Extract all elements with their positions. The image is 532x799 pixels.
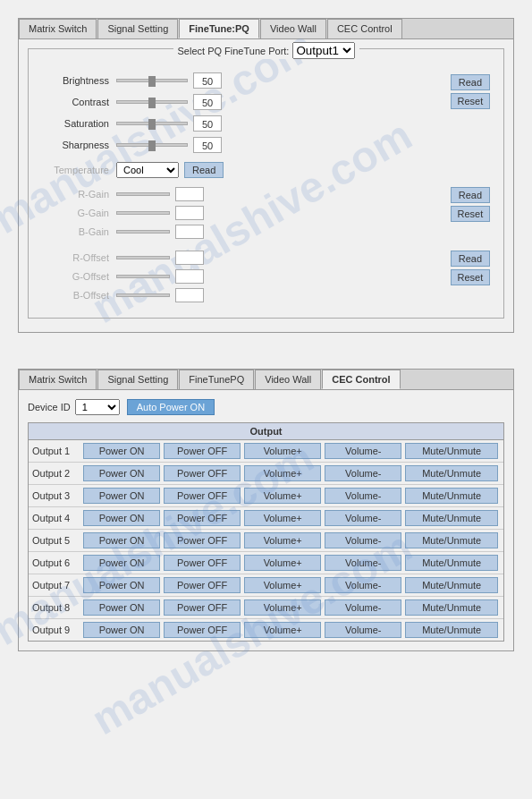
r-offset-slider[interactable] <box>116 256 170 259</box>
tab2-matrix-switch[interactable]: Matrix Switch <box>19 370 97 389</box>
temperature-read-button[interactable]: Read <box>184 162 224 178</box>
mute-btn-9[interactable]: Mute/Unmute <box>405 622 498 638</box>
mute-btn-1[interactable]: Mute/Unmute <box>405 443 498 459</box>
mute-btn-3[interactable]: Mute/Unmute <box>405 488 498 504</box>
tab-video-wall[interactable]: Video Wall <box>260 19 326 38</box>
vol-minus-btn-3[interactable]: Volume- <box>325 488 401 504</box>
tab2-cec-control[interactable]: CEC Control <box>322 370 400 389</box>
tab2-finetune-pq[interactable]: FineTunePQ <box>179 370 254 389</box>
tab2-signal-setting[interactable]: Signal Setting <box>97 370 178 389</box>
tab-matrix-switch[interactable]: Matrix Switch <box>19 19 97 38</box>
b-gain-value <box>175 225 204 239</box>
vol-minus-btn-1[interactable]: Volume- <box>325 443 401 459</box>
gain-read-button[interactable]: Read <box>451 187 490 203</box>
power-on-btn-1[interactable]: Power ON <box>83 443 160 459</box>
vol-plus-btn-2[interactable]: Volume+ <box>244 465 321 481</box>
tab-finetune-pq[interactable]: FineTune:PQ <box>179 19 259 38</box>
power-on-btn-9[interactable]: Power ON <box>83 622 160 638</box>
mute-btn-6[interactable]: Mute/Unmute <box>405 555 498 571</box>
output-name-2: Output 2 <box>32 468 81 479</box>
offset-reset-button[interactable]: Reset <box>451 269 490 285</box>
select-port-group: Select PQ FineTune Port: Output1 Output2… <box>28 48 504 319</box>
g-gain-row: G-Gain <box>42 206 439 220</box>
power-off-btn-4[interactable]: Power OFF <box>164 510 241 526</box>
vol-plus-btn-6[interactable]: Volume+ <box>244 555 321 571</box>
vol-plus-btn-3[interactable]: Volume+ <box>244 488 321 504</box>
power-on-btn-8[interactable]: Power ON <box>83 599 160 616</box>
output-row: Output 5 Power ON Power OFF Volume+ Volu… <box>29 530 503 552</box>
output-name-3: Output 3 <box>32 490 81 501</box>
output-name-8: Output 8 <box>32 602 81 613</box>
power-off-btn-9[interactable]: Power OFF <box>164 622 241 638</box>
cec-content: Device ID 1 2 3 4 Auto Power ON Output O… <box>19 390 513 650</box>
mute-btn-4[interactable]: Mute/Unmute <box>405 510 498 526</box>
g-offset-slider[interactable] <box>116 275 170 278</box>
power-off-btn-1[interactable]: Power OFF <box>164 443 241 459</box>
tab-cec-control[interactable]: CEC Control <box>327 19 402 38</box>
power-off-btn-2[interactable]: Power OFF <box>164 465 241 481</box>
read-button-1[interactable]: Read <box>451 74 490 90</box>
mute-btn-8[interactable]: Mute/Unmute <box>405 599 498 616</box>
vol-minus-btn-6[interactable]: Volume- <box>325 555 401 571</box>
power-on-btn-5[interactable]: Power ON <box>83 532 160 548</box>
vol-plus-btn-5[interactable]: Volume+ <box>244 532 321 548</box>
g-offset-value <box>175 269 204 284</box>
b-offset-row: B-Offset <box>42 288 439 302</box>
vol-plus-btn-4[interactable]: Volume+ <box>244 510 321 526</box>
output-row: Output 2 Power ON Power OFF Volume+ Volu… <box>29 463 503 485</box>
vol-minus-btn-2[interactable]: Volume- <box>325 465 401 481</box>
r-offset-value <box>175 251 204 265</box>
tab2-video-wall[interactable]: Video Wall <box>255 370 321 389</box>
temperature-label: Temperature <box>42 165 109 175</box>
sharpness-slider[interactable] <box>116 143 188 147</box>
offset-read-button[interactable]: Read <box>451 251 490 267</box>
output-name-4: Output 4 <box>32 513 81 523</box>
vol-minus-btn-5[interactable]: Volume- <box>325 532 401 548</box>
power-on-btn-4[interactable]: Power ON <box>83 510 160 526</box>
reset-button-1[interactable]: Reset <box>451 93 490 109</box>
mute-btn-2[interactable]: Mute/Unmute <box>405 465 498 481</box>
vol-plus-btn-7[interactable]: Volume+ <box>244 577 321 593</box>
power-off-btn-8[interactable]: Power OFF <box>164 599 241 616</box>
vol-minus-btn-9[interactable]: Volume- <box>325 622 401 638</box>
vol-plus-btn-1[interactable]: Volume+ <box>244 443 321 459</box>
auto-power-button[interactable]: Auto Power ON <box>127 399 215 415</box>
power-off-btn-3[interactable]: Power OFF <box>164 488 241 504</box>
g-offset-label: G-Offset <box>42 271 109 282</box>
r-gain-row: R-Gain <box>42 187 439 201</box>
b-offset-slider[interactable] <box>116 293 170 297</box>
output-row: Output 7 Power ON Power OFF Volume+ Volu… <box>29 574 503 597</box>
vol-plus-btn-9[interactable]: Volume+ <box>244 622 321 638</box>
output-name-6: Output 6 <box>32 557 81 568</box>
mute-btn-7[interactable]: Mute/Unmute <box>405 577 498 593</box>
power-off-btn-6[interactable]: Power OFF <box>164 555 241 571</box>
output-name-5: Output 5 <box>32 535 81 546</box>
saturation-slider[interactable] <box>116 122 188 125</box>
port-select[interactable]: Output1 Output2 Output3 <box>292 42 355 59</box>
b-gain-slider[interactable] <box>116 230 170 234</box>
power-off-btn-5[interactable]: Power OFF <box>164 532 241 548</box>
vol-minus-btn-4[interactable]: Volume- <box>325 510 401 526</box>
g-gain-slider[interactable] <box>116 211 170 215</box>
r-gain-slider[interactable] <box>116 192 170 196</box>
device-id-select[interactable]: 1 2 3 4 <box>75 399 120 415</box>
vol-plus-btn-8[interactable]: Volume+ <box>244 599 321 616</box>
tab-signal-setting[interactable]: Signal Setting <box>97 19 178 38</box>
power-off-btn-7[interactable]: Power OFF <box>164 577 241 593</box>
b-offset-value <box>175 288 204 302</box>
temperature-select[interactable]: Cool Normal Warm <box>116 162 179 178</box>
power-on-btn-2[interactable]: Power ON <box>83 465 160 481</box>
gain-reset-button[interactable]: Reset <box>451 206 490 222</box>
vol-minus-btn-8[interactable]: Volume- <box>325 599 401 616</box>
vol-minus-btn-7[interactable]: Volume- <box>325 577 401 593</box>
power-on-btn-6[interactable]: Power ON <box>83 555 160 571</box>
brightness-slider[interactable] <box>116 79 188 82</box>
contrast-slider[interactable] <box>116 100 188 104</box>
output-row: Output 4 Power ON Power OFF Volume+ Volu… <box>29 507 503 530</box>
power-on-btn-7[interactable]: Power ON <box>83 577 160 593</box>
offset-btns-col: Read Reset <box>443 251 490 285</box>
mute-btn-5[interactable]: Mute/Unmute <box>405 532 498 548</box>
r-offset-row: R-Offset <box>42 251 439 265</box>
power-on-btn-3[interactable]: Power ON <box>83 488 160 504</box>
b-gain-row: B-Gain <box>42 225 439 239</box>
